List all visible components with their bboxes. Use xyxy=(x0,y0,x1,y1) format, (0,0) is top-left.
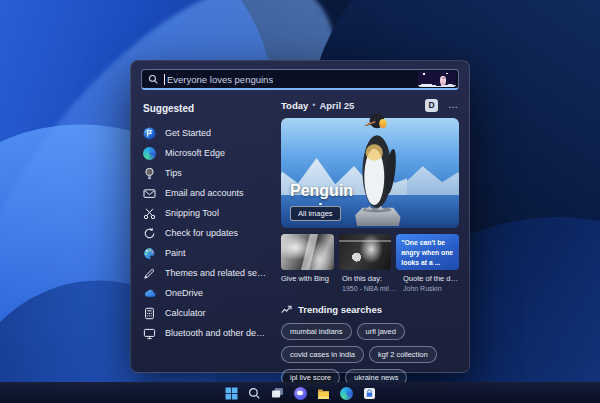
scissors-icon xyxy=(143,207,156,220)
start-button[interactable] xyxy=(224,386,238,400)
envelope-icon xyxy=(143,187,156,200)
quote-text: "One can't be angry when one looks at a … xyxy=(401,238,454,268)
sidebar-item-label: Microsoft Edge xyxy=(165,148,225,158)
refresh-update-icon xyxy=(143,227,156,240)
edge-icon xyxy=(143,147,156,160)
today-label: Today xyxy=(281,100,308,111)
daily-cards-row: "One can't be angry when one looks at a … xyxy=(281,234,459,270)
profile-avatar[interactable]: D xyxy=(425,99,438,112)
trending-pill[interactable]: urfi javed xyxy=(357,323,405,340)
carousel-dot xyxy=(319,203,322,206)
mini-penguin-icon xyxy=(440,76,446,85)
tips-lightbulb-icon xyxy=(143,167,156,180)
daily-content-section: Today • April 25 D … xyxy=(281,98,459,386)
more-options-button[interactable]: … xyxy=(448,102,459,108)
taskbar xyxy=(0,382,600,403)
search-icon xyxy=(148,74,159,85)
sidebar-item-themes-settings[interactable]: Themes and related settings xyxy=(141,263,269,283)
sidebar-item-label: Bluetooth and other devices sett... xyxy=(165,328,267,338)
get-started-icon xyxy=(143,127,156,140)
edge-taskbar-icon[interactable] xyxy=(339,386,353,400)
sidebar-item-check-updates[interactable]: Check for updates xyxy=(141,223,269,243)
trending-pill[interactable]: kgf 2 collection xyxy=(369,346,437,363)
search-query-text: Everyone loves penguins xyxy=(167,74,273,85)
trending-searches-section: Trending searches mumbai indians urfi ja… xyxy=(281,304,459,386)
sidebar-item-tips[interactable]: Tips xyxy=(141,163,269,183)
quote-of-the-day-card[interactable]: "One can't be angry when one looks at a … xyxy=(396,234,459,270)
sidebar-item-label: OneDrive xyxy=(165,288,203,298)
caption-give-with-bing: Give with Bing xyxy=(281,274,337,292)
onedrive-cloud-icon xyxy=(143,287,156,300)
trending-pill[interactable]: mumbai indians xyxy=(281,323,352,340)
search-flyout-panel: Everyone loves penguins Suggested Get St… xyxy=(130,60,470,373)
dot-separator: • xyxy=(312,100,315,110)
trending-heading: Trending searches xyxy=(298,304,382,315)
search-input[interactable]: Everyone loves penguins xyxy=(141,69,459,90)
brush-pen-icon xyxy=(143,267,156,280)
hero-title: Penguin xyxy=(290,182,353,200)
microsoft-store-icon[interactable] xyxy=(362,386,376,400)
sidebar-item-microsoft-edge[interactable]: Microsoft Edge xyxy=(141,143,269,163)
sidebar-item-label: Paint xyxy=(165,248,186,258)
penguin-art-decoration xyxy=(418,71,456,87)
taskbar-search-icon[interactable] xyxy=(247,386,261,400)
chat-icon[interactable] xyxy=(293,386,307,400)
suggested-heading: Suggested xyxy=(143,103,269,114)
sidebar-item-bluetooth-devices[interactable]: Bluetooth and other devices sett... xyxy=(141,323,269,343)
daily-card-captions: Give with Bing On this day: 1950 - NBA m… xyxy=(281,274,459,292)
all-images-button[interactable]: All images xyxy=(290,206,341,221)
sidebar-item-snipping-tool[interactable]: Snipping Tool xyxy=(141,203,269,223)
task-view-icon[interactable] xyxy=(270,386,284,400)
give-with-bing-card[interactable] xyxy=(281,234,334,270)
trending-pill[interactable]: covid cases in india xyxy=(281,346,364,363)
sidebar-item-label: Check for updates xyxy=(165,228,238,238)
sidebar-item-label: Calculator xyxy=(165,308,206,318)
sidebar-item-calculator[interactable]: Calculator xyxy=(141,303,269,323)
caption-on-this-day: On this day: 1950 - NBA miles... xyxy=(342,274,398,292)
trending-arrow-icon xyxy=(281,305,292,314)
sidebar-item-label: Tips xyxy=(165,168,182,178)
sidebar-item-label: Themes and related settings xyxy=(165,268,267,278)
sidebar-item-label: Get Started xyxy=(165,128,211,138)
caption-quote-of-the-day: Quote of the day: John Ruskin xyxy=(403,274,459,292)
emperor-penguin-illustration xyxy=(348,108,406,226)
sidebar-item-label: Snipping Tool xyxy=(165,208,219,218)
sidebar-item-email-accounts[interactable]: Email and accounts xyxy=(141,183,269,203)
suggested-section: Suggested Get Started Microsoft Edge xyxy=(141,98,269,386)
file-explorer-icon[interactable] xyxy=(316,386,330,400)
on-this-day-card[interactable] xyxy=(339,234,392,270)
sidebar-item-label: Email and accounts xyxy=(165,188,244,198)
sidebar-item-onedrive[interactable]: OneDrive xyxy=(141,283,269,303)
sidebar-item-paint[interactable]: Paint xyxy=(141,243,269,263)
desktop: Everyone loves penguins Suggested Get St… xyxy=(0,0,600,403)
sidebar-item-get-started[interactable]: Get Started xyxy=(141,123,269,143)
image-of-the-day-card[interactable]: Penguin All images xyxy=(281,118,459,228)
text-cursor xyxy=(164,74,165,85)
paint-palette-icon xyxy=(143,247,156,260)
devices-monitor-icon xyxy=(143,327,156,340)
calculator-icon xyxy=(143,307,156,320)
